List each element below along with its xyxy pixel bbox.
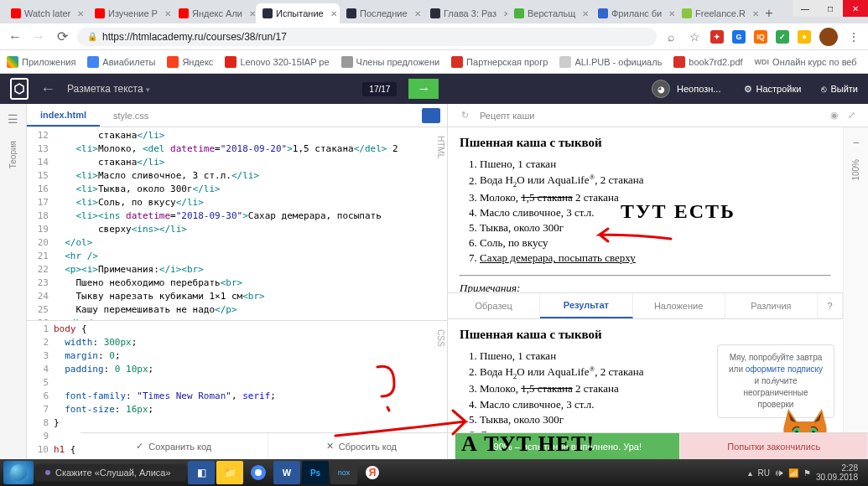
close-icon[interactable]: ✕ <box>164 9 171 18</box>
menu-toggle[interactable]: ☰ <box>5 111 22 127</box>
app-logo[interactable] <box>10 78 29 100</box>
check-icon: ✓ <box>136 441 143 452</box>
bookmark-item[interactable]: ALI.PUB - официаль <box>559 56 662 68</box>
extension-icon[interactable]: ✓ <box>776 30 789 44</box>
forward-button[interactable]: → <box>30 28 47 45</box>
app-header: ← Разметка текста▾ 17/17 → ◕ Неопозн... … <box>0 74 868 104</box>
close-icon[interactable]: ✕ <box>77 9 84 18</box>
lang-indicator[interactable]: RU <box>757 468 769 478</box>
extension-icon[interactable]: ✦ <box>710 30 724 44</box>
tab-sample[interactable]: Образец <box>448 293 540 318</box>
bookmark-item[interactable]: Партнерская прогр <box>451 56 548 68</box>
task-word[interactable]: W <box>273 461 300 484</box>
task-icon[interactable]: ◧ <box>188 461 215 484</box>
tab-diff[interactable]: Различия <box>725 293 818 318</box>
bookmark-item[interactable]: book7rd2.pdf <box>673 56 742 68</box>
apps-button[interactable]: Приложения <box>7 56 75 68</box>
url-input[interactable]: 🔒 https://htmlacademy.ru/courses/38/run/… <box>77 28 657 46</box>
menu-icon[interactable]: ⋮ <box>846 29 861 44</box>
gear-icon: ⚙ <box>744 84 752 95</box>
close-icon[interactable]: ✕ <box>752 9 759 18</box>
bookmark-item[interactable]: WDIОнлайн курс по веб <box>755 57 857 67</box>
subscribe-link[interactable]: оформите подписку <box>746 364 823 374</box>
tab-overlay[interactable]: Наложение <box>633 293 725 318</box>
preview-title: Рецепт каши <box>480 111 534 121</box>
extension-icon[interactable]: ● <box>798 30 811 44</box>
window-maximize[interactable]: □ <box>818 0 843 17</box>
browser-tab[interactable]: Яндекс Али✕ <box>172 3 256 23</box>
browser-tab[interactable]: Изучение P✕ <box>88 3 172 23</box>
task-explorer[interactable]: 📁 <box>216 461 243 484</box>
close-icon[interactable]: ✕ <box>668 9 675 18</box>
task-photoshop[interactable]: Ps <box>302 461 329 484</box>
next-button[interactable]: → <box>408 79 439 99</box>
extension-icon[interactable]: G <box>732 30 746 44</box>
reload-button[interactable]: ⟳ <box>54 28 70 45</box>
tray-icon[interactable]: 📶 <box>788 468 798 478</box>
system-tray[interactable]: ▴ RU 🕪 📶 ⚑ 2:28 30.09.2018 <box>748 463 865 482</box>
close-icon[interactable]: ✕ <box>330 9 337 18</box>
html-editor[interactable]: 121314151617181920212223242526 стакана</… <box>27 127 447 320</box>
minus-icon[interactable]: − <box>848 134 865 151</box>
tray-icon[interactable]: ⚑ <box>803 468 811 478</box>
browser-tab[interactable]: Фриланс би✕ <box>591 3 675 23</box>
close-icon[interactable]: ✕ <box>414 9 421 18</box>
new-tab-button[interactable]: + <box>759 3 779 23</box>
refresh-icon[interactable]: ↻ <box>456 110 473 121</box>
back-button[interactable]: ← <box>7 28 23 45</box>
bookmark-icon: WDI <box>755 58 770 66</box>
clock[interactable]: 2:28 30.09.2018 <box>816 463 858 482</box>
bookmark-item[interactable]: Яндекс <box>167 56 213 68</box>
browser-tab[interactable]: Последние✕ <box>340 3 424 23</box>
tray-icon[interactable]: 🕪 <box>775 468 783 478</box>
search-icon[interactable]: ⌕ <box>663 29 678 44</box>
tab-help[interactable]: ? <box>818 293 843 318</box>
profile-avatar[interactable] <box>819 28 838 46</box>
username[interactable]: Неопозн... <box>677 84 720 94</box>
bookmark-item[interactable]: Lenovo 320-15IAP ре <box>225 56 329 68</box>
gutter: 12345678910111213 <box>27 321 54 459</box>
theory-label[interactable]: Теория <box>8 141 18 168</box>
browser-tabs: Watch later✕ Изучение P✕ Яндекс Али✕ Исп… <box>0 0 868 23</box>
tray-chevron-icon[interactable]: ▴ <box>748 468 752 478</box>
close-icon[interactable]: ✕ <box>249 9 256 18</box>
window-close[interactable]: ✕ <box>843 0 868 17</box>
alice-search[interactable]: Скажите «Слушай, Алиса» <box>35 464 186 481</box>
browser-tab[interactable]: Глава 3: Раз✕ <box>424 3 507 23</box>
recipe-item: Вода H2O или AquaLife®, 2 стакана <box>480 172 831 190</box>
task-yandex[interactable]: Я <box>359 461 386 484</box>
browser-tab-active[interactable]: Испытание✕ <box>256 3 340 23</box>
task-chrome[interactable] <box>245 461 272 484</box>
file-tab-css[interactable]: style.css <box>100 104 162 127</box>
tab-result[interactable]: Результат <box>540 293 632 318</box>
task-nox[interactable]: nox <box>330 461 357 484</box>
user-avatar[interactable]: ◕ <box>652 80 670 98</box>
layout-button[interactable] <box>422 108 440 123</box>
youtube-icon <box>11 8 21 18</box>
attempts-status: Попытки закончились <box>680 433 868 459</box>
save-button[interactable]: ✓Сохранить код <box>81 433 268 459</box>
start-button[interactable] <box>3 461 34 484</box>
browser-tab[interactable]: Верстальщ✕ <box>507 3 591 23</box>
window-minimize[interactable]: — <box>793 0 818 17</box>
file-tab-html[interactable]: index.html <box>27 104 100 127</box>
extension-icon[interactable]: IQ <box>754 30 767 44</box>
bookmark-item[interactable]: Авиабилеты <box>87 56 155 68</box>
browser-tab[interactable]: Watch later✕ <box>4 3 88 23</box>
apps-icon <box>7 56 18 68</box>
course-title[interactable]: Разметка текста▾ <box>67 83 150 95</box>
recipe-item: Сахар демерара, посыпать сверху <box>480 251 831 266</box>
bookmark-item[interactable]: Члены предложени <box>341 56 440 68</box>
eye-icon[interactable]: ◉ <box>826 110 843 121</box>
browser-tab[interactable]: Freelance.R✕ <box>675 3 759 23</box>
expand-icon[interactable]: ⤢ <box>843 110 860 121</box>
reset-button[interactable]: ✕Сбросить код <box>268 433 456 459</box>
code-content[interactable]: стакана</li> <li>Молоко, <del datetime="… <box>54 127 447 320</box>
back-arrow[interactable]: ← <box>40 80 55 98</box>
exit-link[interactable]: ⎋Выйти <box>821 84 858 94</box>
htmlacademy-icon <box>262 8 273 18</box>
fl-icon <box>514 8 524 18</box>
star-icon[interactable]: ☆ <box>687 29 702 44</box>
settings-link[interactable]: ⚙Настройки <box>744 84 801 95</box>
close-icon[interactable]: ✕ <box>582 9 589 18</box>
